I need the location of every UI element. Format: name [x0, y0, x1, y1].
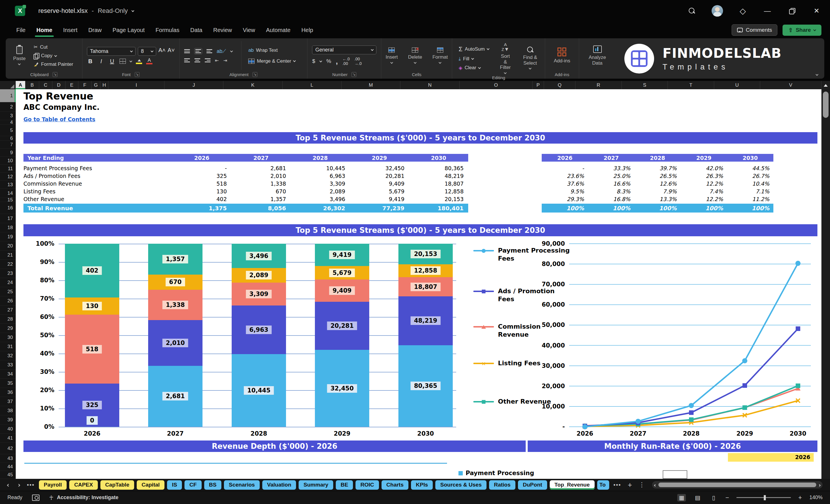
row-header-22[interactable]: 22: [0, 260, 16, 269]
row-header-30[interactable]: 30: [0, 333, 16, 342]
row-header-16[interactable]: 16: [0, 202, 16, 214]
alignment-dialog-launcher[interactable]: ↘: [253, 72, 257, 77]
row-header-38[interactable]: 38: [0, 406, 16, 415]
column-header-K[interactable]: K: [223, 81, 283, 89]
align-center-icon[interactable]: [194, 58, 200, 62]
sheet-tab-is[interactable]: IS: [167, 480, 182, 490]
row-header-15[interactable]: 15: [0, 198, 16, 202]
row-header-39[interactable]: 39: [0, 415, 16, 424]
row-header-32[interactable]: 32: [0, 351, 16, 360]
bold-button[interactable]: B: [87, 58, 94, 65]
runrate-year-cell[interactable]: 2026: [728, 453, 814, 462]
sheet-tab-top-revenue[interactable]: Top_Revenue: [550, 480, 595, 490]
row-header-13[interactable]: 13: [0, 181, 16, 189]
row-header-26[interactable]: 26: [0, 296, 16, 306]
paste-button[interactable]: Paste: [10, 45, 28, 66]
border-icon[interactable]: [120, 59, 126, 64]
sheet-tab-be[interactable]: BE: [336, 480, 353, 490]
menu-insert[interactable]: Insert: [58, 24, 83, 36]
cut-button[interactable]: ✂Cut: [32, 43, 75, 51]
row-header-5[interactable]: 5: [0, 125, 16, 136]
column-header-L[interactable]: L: [283, 81, 342, 89]
comma-format-icon[interactable]: ,: [336, 57, 338, 66]
column-header-D[interactable]: D: [52, 81, 65, 89]
column-header-E[interactable]: E: [65, 81, 78, 89]
row-header-41[interactable]: 41: [0, 434, 16, 443]
vertical-scrollbar[interactable]: [822, 89, 830, 479]
tab-overflow-icon[interactable]: •••: [25, 482, 36, 488]
add-ins-button[interactable]: Add-ins: [551, 46, 573, 65]
share-button[interactable]: ⇧ Share: [783, 25, 822, 36]
row-header-31[interactable]: 31: [0, 342, 16, 351]
row-header-21[interactable]: 21: [0, 251, 16, 260]
align-middle-icon[interactable]: [194, 48, 202, 54]
sort-filter-button[interactable]: AZ▼ Sort & Filter: [496, 41, 515, 75]
increase-indent-icon[interactable]: ⇥: [223, 58, 227, 63]
row-header-33[interactable]: 33: [0, 360, 16, 370]
clear-button[interactable]: ◈Clear: [457, 64, 491, 72]
sheet-tab-charts[interactable]: Charts: [382, 480, 408, 490]
row-header-24[interactable]: 24: [0, 278, 16, 287]
horizontal-scrollbar[interactable]: [652, 481, 823, 489]
comments-button[interactable]: Comments: [732, 24, 777, 36]
zoom-in-button[interactable]: +: [798, 494, 802, 501]
decrease-indent-icon[interactable]: ⇤: [215, 58, 219, 63]
orientation-icon[interactable]: ab⟋: [217, 48, 226, 54]
underline-button[interactable]: U: [109, 58, 116, 65]
row-header-6[interactable]: 6: [0, 136, 16, 141]
format-cells-button[interactable]: Format: [429, 46, 451, 65]
row-header-29[interactable]: 29: [0, 324, 16, 333]
row-header-25[interactable]: 25: [0, 287, 16, 296]
close-button[interactable]: ✕: [812, 6, 822, 16]
row-header-42[interactable]: 42: [0, 443, 16, 454]
menu-page-layout[interactable]: Page Layout: [108, 24, 150, 36]
font-color-icon[interactable]: A: [146, 58, 153, 64]
menu-view[interactable]: View: [238, 24, 260, 36]
align-left-icon[interactable]: [184, 58, 190, 62]
column-header-O[interactable]: O: [459, 81, 533, 89]
normal-view-icon[interactable]: ▦: [677, 494, 686, 501]
currency-format-icon[interactable]: $: [312, 58, 315, 64]
zoom-level[interactable]: 140%: [809, 495, 823, 501]
align-right-icon[interactable]: [205, 58, 211, 62]
column-header-R[interactable]: R: [575, 81, 622, 89]
clipboard-dialog-launcher[interactable]: ↘: [53, 72, 58, 77]
row-header-27[interactable]: 27: [0, 306, 16, 315]
zoom-slider-thumb[interactable]: [764, 495, 766, 500]
menu-data[interactable]: Data: [185, 24, 207, 36]
row-header-37[interactable]: 37: [0, 397, 16, 406]
row-header-34[interactable]: 34: [0, 370, 16, 379]
legend-item-listing-fees[interactable]: ✕Listing Fees: [473, 359, 572, 367]
sheet-tab-scenarios[interactable]: Scenarios: [224, 480, 260, 490]
zoom-slider[interactable]: [736, 497, 791, 498]
tab-menu-icon[interactable]: ⋮: [637, 481, 647, 489]
row-header-10[interactable]: 10: [0, 157, 16, 165]
copy-button[interactable]: Copy: [32, 52, 75, 60]
row-header-17[interactable]: 17: [0, 214, 16, 223]
document-title[interactable]: reserve-hotel.xlsx - Read-Only: [38, 7, 134, 14]
column-header-F[interactable]: F: [78, 81, 92, 89]
row-header-20[interactable]: 20: [0, 242, 16, 251]
row-header-3[interactable]: 3: [0, 112, 16, 120]
row-header-19[interactable]: 19: [0, 232, 16, 242]
italic-button[interactable]: I: [98, 58, 105, 65]
column-header-S[interactable]: S: [622, 81, 668, 89]
tab-scroll-left-icon[interactable]: [5, 482, 12, 487]
chevron-down-icon[interactable]: [131, 9, 134, 12]
row-header-40[interactable]: 40: [0, 424, 16, 434]
scrollbar-thumb[interactable]: [823, 92, 829, 118]
insert-cells-button[interactable]: Insert: [383, 46, 401, 65]
row-header-36[interactable]: 36: [0, 388, 16, 397]
fill-color-icon[interactable]: [136, 59, 142, 64]
percent-format-icon[interactable]: %: [326, 58, 331, 64]
column-header-P[interactable]: P: [533, 81, 544, 89]
minimize-button[interactable]: —: [763, 6, 772, 16]
column-header-J[interactable]: J: [164, 81, 223, 89]
sheet-tab-ratios[interactable]: Ratios: [489, 480, 515, 490]
select-all-corner[interactable]: [0, 81, 16, 89]
row-header-45[interactable]: 45: [0, 471, 16, 479]
row-header-23[interactable]: 23: [0, 269, 16, 278]
column-header-Q[interactable]: Q: [544, 81, 575, 89]
column-header-M[interactable]: M: [342, 81, 401, 89]
align-bottom-icon[interactable]: [206, 49, 212, 53]
